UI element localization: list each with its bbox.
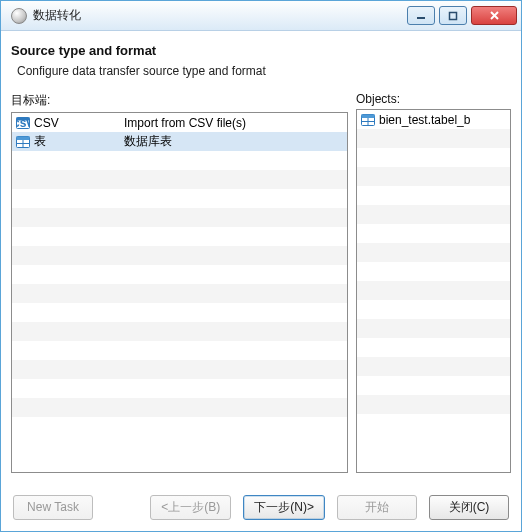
page-subheading: Configure data transfer source type and … [17,64,511,78]
svg-rect-8 [17,136,30,140]
table-icon [361,114,375,126]
list-item [357,395,510,414]
list-item [357,319,510,338]
close-window-button[interactable] [471,6,517,25]
maximize-icon [448,11,458,21]
objects-label: Objects: [356,92,511,106]
list-item [12,170,347,189]
item-desc: Import from CSV file(s) [124,116,246,130]
table-icon [16,136,30,148]
list-item [12,189,347,208]
list-item [357,281,510,300]
object-name: bien_test.tabel_b [379,113,470,127]
list-item [12,398,347,417]
list-item[interactable]: csvCSVImport from CSV file(s) [12,113,347,132]
list-item [12,322,347,341]
close-button[interactable]: 关闭(C) [429,495,509,520]
list-item [12,284,347,303]
targets-rows: csvCSVImport from CSV file(s)表数据库表 [12,113,347,472]
list-item [357,357,510,376]
list-item[interactable]: bien_test.tabel_b [357,110,510,129]
item-name: 表 [34,133,46,150]
page-heading: Source type and format [11,43,511,58]
svg-text:csv: csv [16,117,30,129]
list-item [357,224,510,243]
targets-label: 目标端: [11,92,348,109]
new-task-button[interactable]: New Task [13,495,93,520]
list-item [357,300,510,319]
list-item [357,205,510,224]
list-item [357,148,510,167]
list-item [12,246,347,265]
svg-rect-1 [450,12,457,19]
list-item [357,262,510,281]
list-item[interactable]: 表数据库表 [12,132,347,151]
panels: 目标端: csvCSVImport from CSV file(s)表数据库表 … [11,92,511,473]
content-area: Source type and format Configure data tr… [1,31,521,483]
list-item [357,186,510,205]
item-desc: 数据库表 [124,134,172,148]
titlebar[interactable]: 数据转化 [1,1,521,31]
list-item [12,379,347,398]
maximize-button[interactable] [439,6,467,25]
minimize-button[interactable] [407,6,435,25]
close-icon [489,10,500,21]
objects-rows: bien_test.tabel_b [357,110,510,472]
list-item [357,167,510,186]
list-item [12,341,347,360]
list-item [12,360,347,379]
dialog-window: 数据转化 Source type and format Configure da… [0,0,522,532]
list-item [357,243,510,262]
item-name: CSV [34,116,59,130]
app-icon [11,8,27,24]
list-item [12,265,347,284]
next-button[interactable]: 下一步(N)> [243,495,325,520]
minimize-icon [416,11,426,21]
svg-rect-12 [362,114,375,118]
list-item [357,338,510,357]
objects-listbox[interactable]: bien_test.tabel_b [356,109,511,473]
window-title: 数据转化 [33,7,81,24]
list-item [12,151,347,170]
list-item [12,303,347,322]
targets-panel: 目标端: csvCSVImport from CSV file(s)表数据库表 [11,92,348,473]
start-button[interactable]: 开始 [337,495,417,520]
back-button[interactable]: <上一步(B) [150,495,231,520]
targets-listbox[interactable]: csvCSVImport from CSV file(s)表数据库表 [11,112,348,473]
objects-panel: Objects: bien_test.tabel_b [356,92,511,473]
list-item [12,208,347,227]
list-item [357,129,510,148]
footer: New Task <上一步(B) 下一步(N)> 开始 关闭(C) [1,483,521,531]
list-item [12,227,347,246]
list-item [357,376,510,395]
csv-icon: csv [16,117,30,129]
